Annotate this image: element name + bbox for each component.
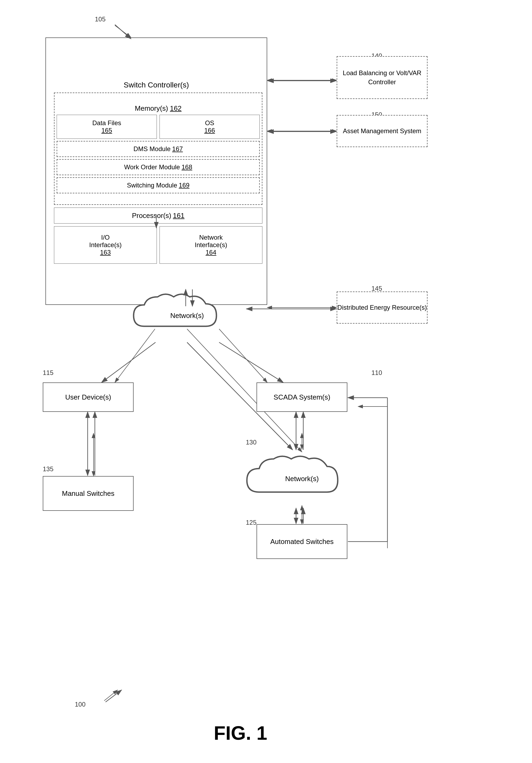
ref-100: 100 [75,701,85,708]
load-balancing-box: Load Balancing or Volt/VAR Controller [337,56,427,99]
svg-line-29 [219,342,283,382]
work-order-module-box: Work Order Module 168 [57,159,260,175]
ref-110: 110 [371,369,382,377]
memory-label: Memory(s) 162 [57,104,260,115]
switch-controller-box: Switch Controller(s) Memory(s) 162 Data … [45,38,267,305]
io-interface-box: I/O Interface(s) 163 [54,226,157,264]
automated-switches-box: Automated Switches [256,524,347,559]
switching-module-box: Switching Module 169 [57,177,260,193]
ref-130: 130 [246,439,256,446]
svg-line-40 [106,690,122,702]
network-bottom-cloud: Network(s) [240,449,363,508]
dms-module-box: DMS Module 167 [57,141,260,157]
network-top-cloud: Network(s) [128,289,246,342]
figure-label: FIG. 1 [160,722,321,744]
scada-box: SCADA System(s) [256,382,347,412]
os-box: OS 166 [159,115,260,139]
processor-box: Processor(s) 161 [54,207,262,224]
data-files-box: Data Files 165 [57,115,157,139]
ref-105: 105 [95,16,106,23]
user-device-box: User Device(s) [43,382,133,412]
switch-controller-label: Switch Controller(s) [48,79,264,92]
asset-mgmt-box: Asset Management System [337,115,427,147]
svg-line-3 [115,25,131,38]
distributed-energy-box: Distributed Energy Resource(s) [337,291,427,324]
manual-switches-box: Manual Switches [43,476,133,511]
svg-line-21 [115,25,131,39]
ref-115: 115 [43,369,53,377]
svg-line-28 [102,342,155,382]
ref-135: 135 [43,465,53,473]
ref-125: 125 [246,519,256,526]
network-interface-box: Network Interface(s) 164 [159,226,262,264]
memory-box: Memory(s) 162 Data Files 165 OS 166 DMS … [54,92,262,205]
svg-line-18 [104,690,118,701]
diagram: 105 140 150 120 145 115 110 135 130 125 … [0,0,532,763]
ref-145: 145 [371,285,382,292]
